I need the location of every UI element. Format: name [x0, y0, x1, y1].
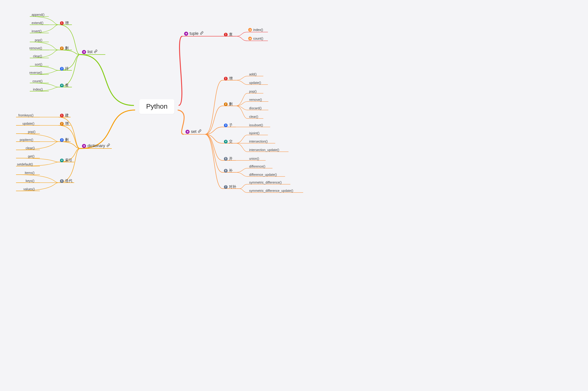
num-badge: 5	[224, 157, 228, 161]
leaf-count[interactable]: count()	[33, 79, 43, 83]
leaf-extend[interactable]: extend()	[32, 21, 43, 25]
star-icon: ★	[82, 50, 86, 54]
sub-label: 增	[65, 121, 69, 126]
sub-list-find[interactable]: 4查	[60, 83, 69, 88]
leaf-symup[interactable]: symmetric_difference_update()	[249, 189, 293, 193]
num-badge: 2	[60, 47, 64, 50]
sub-label: 查	[229, 32, 233, 37]
arrow-icon: ➜	[248, 28, 252, 32]
leaf-values[interactable]: values()	[23, 187, 35, 191]
num-badge: 4	[60, 159, 64, 162]
sub-set-del[interactable]: 2删	[224, 102, 233, 106]
leaf-tuple-index[interactable]: ➜index()	[248, 28, 263, 32]
leaf-inter[interactable]: intersection()	[249, 140, 268, 143]
leaf-get[interactable]: get()	[28, 154, 35, 158]
root-node[interactable]: Python	[139, 99, 174, 114]
leaf-sym[interactable]: symmetric_difference()	[249, 181, 282, 184]
leaf-sadd[interactable]: add()	[249, 72, 257, 76]
sub-label: 并	[229, 156, 233, 161]
leaf-diffup[interactable]: difference_update()	[249, 173, 277, 177]
leaf-supdate[interactable]: update()	[249, 81, 261, 85]
branch-set[interactable]: ★ set	[186, 129, 201, 134]
sub-set-sym[interactable]: 7对补	[224, 185, 236, 189]
star-icon: ★	[82, 144, 86, 148]
leaf-remove[interactable]: remove()	[29, 46, 42, 50]
leaf-union[interactable]: union()	[249, 157, 259, 160]
sub-label: 增	[229, 76, 233, 81]
sub-set-diff[interactable]: 6补	[224, 168, 233, 173]
leaf-dpop[interactable]: pop()	[28, 130, 36, 134]
sub-label: 迭代	[65, 179, 72, 183]
sub-dict-build[interactable]: 1建	[60, 113, 69, 118]
num-badge: 5	[60, 179, 64, 183]
leaf-popitem[interactable]: popitem()	[20, 138, 33, 142]
link-icon	[198, 129, 201, 134]
leaf-keys[interactable]: keys()	[26, 179, 34, 183]
sub-list-sort[interactable]: 3排	[60, 66, 69, 71]
num-badge: 6	[224, 169, 228, 173]
branch-tuple[interactable]: ★ tuple	[184, 31, 203, 36]
leaf-sdiscard[interactable]: discard()	[249, 106, 261, 110]
leaf-reverse[interactable]: reverse()	[29, 71, 42, 75]
sub-label: 建	[65, 113, 69, 118]
leaf-label: index()	[253, 28, 263, 32]
sub-label: 删	[65, 137, 69, 142]
num-badge: 2	[60, 122, 64, 126]
leaf-fromkeys[interactable]: fromkeys()	[18, 113, 33, 117]
num-badge: 1	[60, 21, 64, 25]
num-badge: 3	[224, 123, 228, 127]
leaf-clear[interactable]: clear()	[33, 54, 42, 58]
sub-set-sub[interactable]: 3子	[224, 123, 233, 128]
sub-label: 增	[65, 21, 69, 25]
leaf-interup[interactable]: intersection_update()	[249, 148, 279, 152]
sub-set-add[interactable]: 1增	[224, 76, 233, 81]
leaf-tuple-count[interactable]: ➜count()	[248, 37, 263, 40]
leaf-items[interactable]: items()	[25, 171, 35, 175]
branch-list[interactable]: ★ list	[82, 50, 98, 54]
sub-dict-del[interactable]: 3删	[60, 137, 69, 142]
num-badge: 1	[224, 33, 228, 36]
sub-set-uni[interactable]: 5并	[224, 156, 233, 161]
sub-label: 补	[229, 168, 233, 173]
leaf-diff[interactable]: difference()	[249, 165, 265, 168]
leaf-sclear[interactable]: clear()	[249, 115, 258, 118]
num-badge: 4	[224, 140, 228, 143]
leaf-pop[interactable]: pop()	[35, 38, 42, 42]
sub-set-int[interactable]: 4交	[224, 139, 233, 144]
branch-label: list	[87, 50, 92, 54]
sub-list-del[interactable]: 2删	[60, 46, 69, 51]
leaf-isjoint[interactable]: isjoint()	[249, 131, 260, 135]
leaf-dclear[interactable]: clear()	[26, 146, 35, 150]
leaf-spop[interactable]: pop()	[249, 90, 257, 93]
leaf-insert[interactable]: insert()	[32, 29, 42, 33]
sub-tuple-find[interactable]: 1查	[224, 32, 233, 37]
mindmap-canvas[interactable]: Python ★ list ★ tuple ★ dictionary ★ set…	[0, 0, 334, 211]
num-badge: 1	[224, 77, 228, 81]
leaf-index[interactable]: index()	[33, 88, 43, 91]
sub-dict-add[interactable]: 2增	[60, 121, 69, 126]
branch-label: tuple	[190, 31, 198, 36]
leaf-sremove[interactable]: remove()	[249, 98, 262, 101]
sub-label: 删	[65, 46, 69, 51]
sub-label: 删	[229, 102, 233, 106]
num-badge: 1	[60, 114, 64, 117]
sub-dict-idx[interactable]: 4索引	[60, 158, 72, 163]
branch-label: dictionary	[87, 143, 105, 148]
leaf-sort[interactable]: sort()	[35, 63, 42, 66]
leaf-setdef[interactable]: setdefault()	[17, 163, 33, 166]
leaf-append[interactable]: append()	[32, 13, 44, 16]
sub-label: 子	[229, 123, 233, 128]
leaf-update[interactable]: update()	[22, 122, 34, 125]
sub-label: 查	[65, 83, 69, 88]
link-icon	[107, 143, 110, 148]
star-icon: ★	[186, 130, 190, 134]
sub-list-add[interactable]: 1增	[60, 21, 69, 25]
num-badge: 7	[224, 185, 228, 189]
link-icon	[94, 50, 98, 54]
branch-dictionary[interactable]: ★ dictionary	[82, 143, 110, 148]
sub-label: 对补	[229, 185, 236, 189]
num-badge: 2	[224, 102, 228, 106]
leaf-issubset[interactable]: issubset()	[249, 123, 263, 127]
branch-label: set	[191, 129, 196, 134]
sub-dict-iter[interactable]: 5迭代	[60, 179, 72, 183]
